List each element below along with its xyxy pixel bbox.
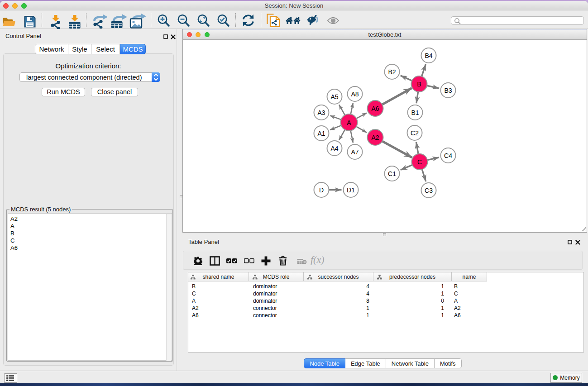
svg-text:D: D	[319, 186, 324, 194]
svg-text:C2: C2	[411, 129, 419, 137]
svg-text:A2: A2	[371, 134, 379, 141]
svg-text:C3: C3	[425, 187, 433, 194]
svg-text:A4: A4	[330, 145, 338, 152]
svg-text:B1: B1	[411, 109, 419, 116]
svg-text:A5: A5	[330, 93, 338, 100]
svg-text:A6: A6	[371, 105, 379, 112]
svg-text:A3: A3	[317, 109, 325, 116]
svg-text:A: A	[347, 119, 351, 126]
svg-text:A7: A7	[351, 148, 359, 156]
svg-text:B3: B3	[444, 87, 452, 94]
svg-text:C: C	[417, 158, 422, 166]
svg-text:C4: C4	[444, 152, 452, 159]
svg-text:A1: A1	[317, 130, 325, 137]
svg-text:B2: B2	[388, 68, 396, 76]
svg-text:A8: A8	[351, 91, 359, 98]
svg-text:D1: D1	[347, 186, 355, 194]
svg-text:B: B	[417, 81, 421, 88]
svg-text:C1: C1	[388, 170, 396, 177]
svg-text:B4: B4	[425, 52, 432, 59]
